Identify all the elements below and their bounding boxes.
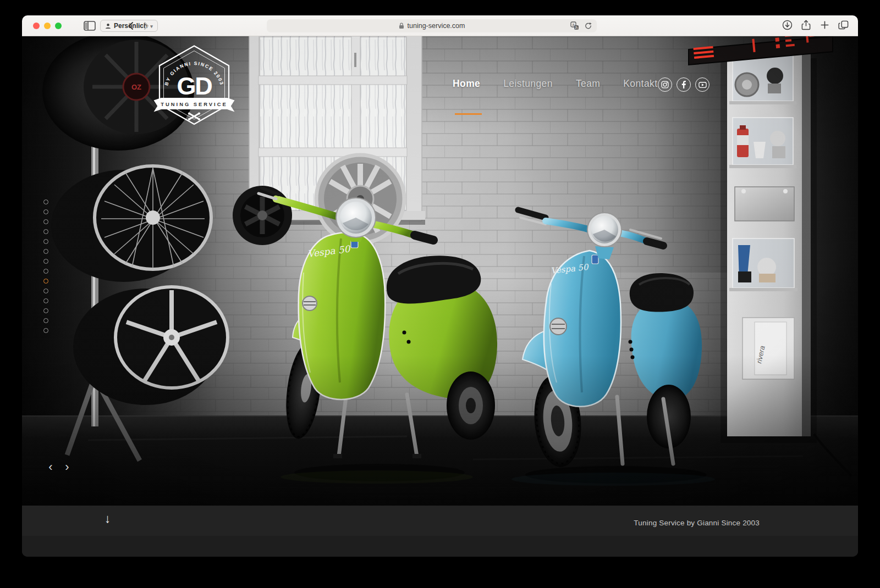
slider-dot[interactable] [43, 308, 48, 313]
slider-dot[interactable] [43, 209, 48, 214]
slider-dot[interactable] [43, 289, 48, 293]
share-button[interactable] [801, 20, 811, 30]
sidebar-toggle-button[interactable] [84, 21, 96, 31]
slider-dot[interactable] [43, 219, 48, 224]
person-icon [105, 23, 111, 29]
slider-dot[interactable] [43, 318, 48, 323]
downloads-button[interactable] [782, 20, 793, 30]
hero-photo-garage-scooters: OZ [22, 36, 858, 506]
footer-tagline: Tuning Service by Gianni Since 2003 [634, 519, 760, 527]
active-nav-underline [455, 113, 482, 115]
forward-button[interactable] [141, 21, 151, 31]
logo-badge: BY GIANNI SINCE 2003 GD TUNING SERVICE [153, 42, 235, 127]
facebook-icon [681, 81, 686, 88]
youtube-link[interactable] [695, 77, 710, 92]
translate-icon[interactable]: a あ [570, 21, 579, 30]
logo-monogram: GD [177, 72, 212, 100]
safari-window: Persönlich ▾ tuning-service.com a [22, 15, 858, 557]
crossed-wrenches-icon [189, 114, 199, 120]
instagram-icon [661, 81, 669, 88]
minimize-window-button[interactable] [44, 23, 51, 29]
nav-link-kontakt[interactable]: Kontakt [623, 78, 657, 90]
sidebar-icon [84, 21, 96, 31]
traffic-lights [33, 23, 62, 29]
nav-link-team[interactable]: Team [576, 78, 600, 90]
facebook-link[interactable] [676, 77, 691, 92]
back-icon [127, 21, 136, 31]
svg-text:あ: あ [575, 25, 579, 30]
forward-icon [141, 21, 151, 31]
carousel-arrows: ‹ › [45, 461, 73, 474]
slider-dot-active[interactable] [43, 279, 48, 284]
slider-dots [43, 199, 48, 333]
slider-dot[interactable] [43, 249, 48, 254]
zoom-window-button[interactable] [55, 23, 62, 29]
slider-dot[interactable] [43, 259, 48, 264]
slider-dot[interactable] [43, 328, 48, 333]
youtube-icon [698, 82, 707, 88]
gd-logo: BY GIANNI SINCE 2003 GD TUNING SERVICE [153, 42, 235, 127]
nav-link-home[interactable]: Home [453, 78, 480, 90]
webpage: OZ [22, 36, 858, 557]
new-tab-button[interactable] [820, 20, 830, 30]
scroll-down-indicator[interactable]: ↓ [105, 512, 111, 526]
browser-titlebar: Persönlich ▾ tuning-service.com a [22, 15, 858, 36]
reload-button[interactable] [584, 21, 592, 30]
main-navigation: Home Leistungen Team Kontakt [453, 78, 657, 90]
slider-dot[interactable] [43, 298, 48, 303]
slide-prev-button[interactable]: ‹ [45, 461, 56, 474]
tabs-overview-button[interactable] [838, 20, 849, 30]
logo-banner-text: TUNING SERVICE [161, 102, 227, 107]
lock-icon [399, 23, 404, 29]
social-links [658, 77, 710, 92]
chevron-down-icon: ▾ [150, 24, 153, 29]
page-footer-strip [22, 536, 858, 557]
slide-next-button[interactable]: › [62, 461, 73, 474]
hero-slider: OZ [22, 36, 858, 506]
slider-dot[interactable] [43, 199, 48, 204]
slider-dot[interactable] [43, 269, 48, 274]
back-button[interactable] [127, 21, 136, 31]
address-text: tuning-service.com [408, 22, 465, 30]
instagram-link[interactable] [658, 77, 672, 92]
hero-bottom-bar: ↓ Tuning Service by Gianni Since 2003 [22, 506, 858, 536]
slider-dot[interactable] [43, 239, 48, 244]
nav-link-leistungen[interactable]: Leistungen [503, 78, 553, 90]
address-bar[interactable]: tuning-service.com a あ [267, 19, 597, 32]
close-window-button[interactable] [33, 23, 40, 29]
slider-dot[interactable] [43, 229, 48, 234]
